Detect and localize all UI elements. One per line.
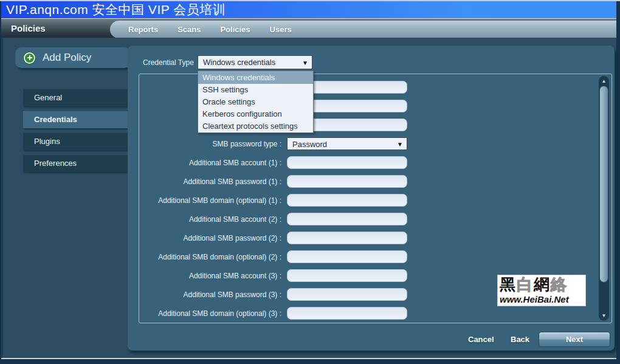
tab-scans[interactable]: Scans — [177, 25, 201, 34]
watermark-char: 絡 — [551, 275, 568, 294]
watermark-char: 黑 — [500, 275, 517, 294]
credential-type-select[interactable]: Windows credentials ▼ — [198, 55, 312, 69]
smb-password-type-select[interactable]: Password▼ — [287, 137, 407, 150]
field-label: SMB password type : — [136, 140, 281, 148]
credential-type-label: Credential Type — [143, 58, 194, 67]
watermark-logo: 黑白網絡 — [500, 276, 585, 294]
cancel-button[interactable]: Cancel — [468, 335, 494, 344]
nav-section-title: Policies — [11, 19, 46, 38]
field-input[interactable] — [287, 175, 407, 188]
credential-type-dropdown: Windows credentialsSSH settingsOracle se… — [198, 70, 314, 133]
field-input[interactable] — [287, 288, 407, 301]
field-input[interactable] — [287, 213, 407, 225]
form-row: Additional SMB account (1) : — [128, 156, 615, 170]
watermark-url: www.HeiBai.Net — [500, 294, 585, 304]
form-row: Additional SMB domain (optional) (1) : — [128, 194, 615, 207]
nav-tabs: ReportsScansPoliciesUsers — [110, 21, 616, 38]
field-label: Additional SMB account (1) : — [136, 159, 281, 167]
credential-type-value: Windows credentials — [203, 58, 275, 67]
field-label: Additional SMB domain (optional) (2) : — [136, 253, 281, 261]
field-input[interactable] — [287, 307, 407, 320]
field-label: Additional SMB domain (optional) (3) : — [136, 309, 281, 318]
field-label: Additional SMB domain (optional) (1) : — [136, 196, 281, 205]
add-policy-label: Add Policy — [43, 52, 91, 64]
title-bar: VIP.anqn.com 安全中国 VIP 会员培训 — [1, 1, 616, 18]
back-button[interactable]: Back — [511, 335, 529, 344]
form-row: Additional SMB password (1) : — [128, 175, 615, 188]
sidebar-item-preferences[interactable]: Preferences — [23, 155, 131, 172]
field-input[interactable] — [287, 269, 407, 282]
tab-users[interactable]: Users — [270, 25, 292, 34]
select-value: Password — [292, 140, 327, 149]
window-bottom-border — [1, 358, 616, 359]
dropdown-option[interactable]: SSH settings — [198, 84, 313, 96]
field-input[interactable] — [287, 250, 407, 263]
form-row: Additional SMB password (2) : — [128, 232, 615, 245]
field-label: Additional SMB account (2) : — [136, 215, 281, 224]
dropdown-option[interactable]: Kerberos configuration — [198, 108, 313, 120]
form-row: SMB password type :Password▼ — [128, 137, 615, 151]
watermark-char: 網 — [534, 275, 551, 294]
sidebar-item-credentials[interactable]: Credentials — [23, 111, 131, 128]
form-row: Additional SMB account (2) : — [128, 213, 615, 226]
content-area: Add Policy GeneralCredentialsPluginsPref… — [1, 38, 616, 358]
form-row: Additional SMB domain (optional) (2) : — [128, 250, 615, 264]
field-input[interactable] — [287, 232, 407, 244]
window-title: VIP.anqn.com 安全中国 VIP 会员培训 — [6, 1, 226, 18]
watermark: 黑白網絡 www.HeiBai.Net — [497, 275, 586, 306]
field-label: Additional SMB account (3) : — [136, 272, 281, 280]
plus-icon — [24, 52, 35, 64]
policy-panel: Credential Type Windows credentials ▼ ▲ … — [128, 46, 615, 351]
field-input[interactable] — [287, 156, 407, 169]
field-label: Additional SMB password (1) : — [136, 177, 281, 186]
add-policy-header: Add Policy — [15, 47, 131, 68]
field-label: Additional SMB password (3) : — [136, 290, 281, 299]
field-input[interactable] — [287, 194, 407, 207]
next-button[interactable]: Next — [539, 332, 610, 347]
nav-bar: Policies ReportsScansPoliciesUsers — [1, 18, 616, 38]
sidebar-item-plugins[interactable]: Plugins — [23, 133, 131, 150]
dropdown-option[interactable]: Windows credentials — [198, 71, 313, 84]
dropdown-option[interactable]: Oracle settings — [198, 96, 313, 108]
chevron-down-icon: ▼ — [302, 56, 308, 70]
form-row: Additional SMB domain (optional) (3) : — [128, 307, 615, 320]
sidebar-item-general[interactable]: General — [23, 89, 131, 106]
tab-reports[interactable]: Reports — [128, 25, 158, 34]
chevron-down-icon: ▼ — [397, 138, 403, 151]
watermark-char: 白 — [517, 275, 534, 294]
dropdown-option[interactable]: Cleartext protocols settings — [198, 120, 313, 132]
field-label: Additional SMB password (2) : — [136, 234, 281, 242]
tab-policies[interactable]: Policies — [220, 25, 250, 34]
